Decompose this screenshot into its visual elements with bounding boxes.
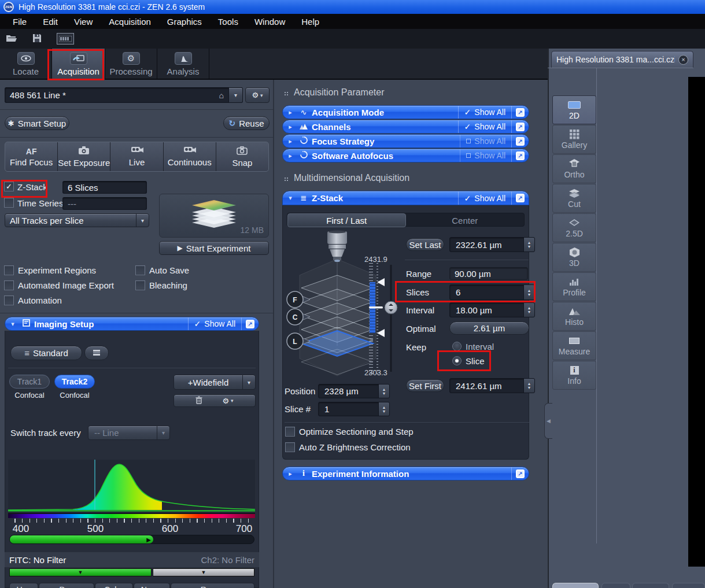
menu-view[interactable]: View xyxy=(66,15,101,28)
spinner-arrows[interactable]: ▲▼ xyxy=(378,384,389,398)
bottom-tab[interactable] xyxy=(552,583,599,588)
add-widefield-dropdown[interactable]: +Widefield ▾ xyxy=(174,375,256,390)
start-experiment-button[interactable]: ▶ Start Experiment xyxy=(159,241,269,255)
time-series-checkbox[interactable] xyxy=(5,198,13,207)
view-tab-3d[interactable]: 3D xyxy=(552,243,596,272)
save-icon[interactable] xyxy=(32,34,42,45)
bottom-tab[interactable] xyxy=(672,583,705,588)
spinner-arrows[interactable]: ▲▼ xyxy=(523,379,534,393)
experiment-information-popout[interactable]: ↗ xyxy=(511,467,529,480)
view-tab-cut[interactable]: Cut xyxy=(552,184,596,213)
find-focus-button[interactable]: AF Find Focus xyxy=(5,142,58,171)
set-exposure-button[interactable]: Set Exposure xyxy=(58,142,110,171)
acquisition-mode-show-all[interactable]: ✓ Show All xyxy=(458,106,511,119)
tab-acquisition[interactable]: Acquisition xyxy=(52,49,105,80)
last-position-spinner[interactable]: 2322.61 µm ▲▼ xyxy=(449,237,535,252)
view-tab-histo[interactable]: Histo xyxy=(552,302,596,331)
automated-image-export-checkbox[interactable] xyxy=(5,281,13,290)
track2-button[interactable]: Track2 xyxy=(54,375,95,389)
experiment-information-header[interactable]: ▸ i Experiment Information ↗ xyxy=(282,467,529,480)
first-position-spinner[interactable]: 2412.61 µm ▲▼ xyxy=(449,378,535,393)
view-tab-ortho[interactable]: Ortho xyxy=(552,154,596,183)
view-tab-25d[interactable]: 2.5D xyxy=(552,213,596,242)
optimal-button[interactable]: 2.61 µm xyxy=(449,321,529,335)
tab-first-last[interactable]: First / Last xyxy=(287,213,406,227)
tab-analysis[interactable]: Analysis xyxy=(157,49,209,80)
smart-setup-button[interactable]: ✱ Smart Setup xyxy=(5,116,69,130)
menu-window[interactable]: Window xyxy=(246,15,293,28)
zstack-popout[interactable]: ↗ xyxy=(511,191,529,205)
detection-range-fill[interactable]: ▶ xyxy=(10,535,153,543)
tracks-per-slice-dropdown[interactable]: All Tracks per Slice ▾ xyxy=(5,213,149,227)
snap-button[interactable]: Snap xyxy=(216,142,268,171)
set-first-button[interactable]: Set First xyxy=(406,379,444,392)
experiment-options-button[interactable]: ⚙ ▾ xyxy=(245,87,270,103)
spinner-arrows[interactable]: ▲▼ xyxy=(378,402,389,416)
view-tab-measure[interactable]: Measure xyxy=(552,331,596,360)
view-tab-gallery[interactable]: Gallery xyxy=(552,125,596,154)
spinner-arrows[interactable]: ▲▼ xyxy=(523,303,534,317)
experiment-regions-checkbox[interactable] xyxy=(5,266,13,275)
expand-icon[interactable]: ▸ xyxy=(283,152,298,160)
track-settings-button[interactable]: ⚙ ▾ xyxy=(222,397,233,405)
menu-acquisition[interactable]: Acquisition xyxy=(101,15,159,28)
switch-track-dropdown[interactable]: -- Line ▾ xyxy=(88,426,170,440)
bleaching-checkbox[interactable] xyxy=(136,281,145,290)
tab-locate[interactable]: Locate xyxy=(0,49,52,80)
spinner-arrows[interactable]: ▲▼ xyxy=(523,238,534,252)
channels-header[interactable]: ▸ Channels ✓ Show All ↗ xyxy=(282,120,529,134)
zstack-show-all[interactable]: ✓ Show All xyxy=(458,191,511,205)
auto-save-checkbox[interactable] xyxy=(136,266,145,275)
view-tab-2d[interactable]: 2D xyxy=(552,95,596,124)
bottom-tab[interactable] xyxy=(632,583,669,588)
optimize-sectioning-checkbox[interactable] xyxy=(286,427,294,436)
interval-spinner[interactable]: 18.00 µm ▲▼ xyxy=(449,302,535,317)
imaging-setup-header[interactable]: ▾ Imaging Setup ✓ Show All ↗ xyxy=(5,317,259,331)
spinner-arrows[interactable]: ▲▼ xyxy=(523,285,534,299)
tab-processing[interactable]: ⚙ Processing xyxy=(105,49,157,80)
menu-help[interactable]: Help xyxy=(293,15,327,28)
imaging-setup-popout[interactable]: ↗ xyxy=(241,317,259,330)
expand-icon[interactable]: ▸ xyxy=(283,123,298,131)
set-last-button[interactable]: Set Last xyxy=(406,238,444,251)
software-autofocus-header[interactable]: ▸ Software Autofocus Show All ↗ xyxy=(282,149,529,162)
open-file-icon[interactable] xyxy=(6,34,17,45)
stage-control-icon[interactable] xyxy=(57,33,74,45)
slices-spinner[interactable]: 6 ▲▼ xyxy=(449,284,535,300)
expand-icon[interactable]: ▸ xyxy=(283,138,298,145)
ch2-channel-bar[interactable]: ▼ xyxy=(153,568,254,576)
menu-graphics[interactable]: Graphics xyxy=(159,15,210,28)
experiment-selector[interactable]: 488 561 Line * ⌂ ▾ xyxy=(5,87,243,103)
software-autofocus-popout[interactable]: ↗ xyxy=(511,149,529,162)
range-handle-icon[interactable]: ▶ xyxy=(146,537,151,543)
detection-range-track[interactable]: ▶ xyxy=(9,535,254,544)
standard-mode-button[interactable]: ≡ Standard xyxy=(10,346,82,360)
acquisition-mode-popout[interactable]: ↗ xyxy=(511,106,529,119)
slice-number-spinner[interactable]: 1 ▲▼ xyxy=(318,402,390,416)
document-tab[interactable]: High Resolution 3381 ma...cci.czi × xyxy=(551,51,693,68)
home-icon[interactable]: ⌂ xyxy=(215,91,228,100)
bottom-tab[interactable] xyxy=(601,583,630,588)
live-button[interactable]: Live xyxy=(110,142,163,171)
zstack-checkbox[interactable]: ✓ xyxy=(5,182,13,191)
keep-slice-radio[interactable] xyxy=(453,357,461,365)
track1-button[interactable]: Track1 xyxy=(9,375,50,389)
expand-icon[interactable]: ▸ xyxy=(283,109,298,116)
menu-edit[interactable]: Edit xyxy=(35,15,66,28)
focus-strategy-header[interactable]: ▸ Focus Strategy Show All ↗ xyxy=(282,134,529,148)
focus-strategy-show-all[interactable]: Show All xyxy=(460,135,511,147)
close-icon[interactable]: × xyxy=(678,55,688,65)
menu-tools[interactable]: Tools xyxy=(210,15,246,28)
menu-file[interactable]: File xyxy=(5,15,35,28)
position-spinner[interactable]: 2328 µm ▲▼ xyxy=(318,384,390,398)
expand-icon[interactable]: ▸ xyxy=(283,470,298,478)
channels-popout[interactable]: ↗ xyxy=(511,120,529,133)
acquisition-mode-header[interactable]: ▸ ∿ Acquisition Mode ✓ Show All ↗ xyxy=(282,105,529,119)
layout-mode-button[interactable] xyxy=(84,346,109,360)
fitc-channel-bar[interactable]: ▼ xyxy=(9,568,152,576)
trash-icon[interactable] xyxy=(195,396,202,406)
automation-checkbox[interactable] xyxy=(5,296,13,305)
view-tab-info[interactable]: i Info xyxy=(552,361,596,390)
reuse-button[interactable]: ↻ Reuse xyxy=(223,116,270,130)
zstack-panel-header[interactable]: ▾ ≣ Z-Stack ✓ Show All ↗ xyxy=(282,191,529,205)
